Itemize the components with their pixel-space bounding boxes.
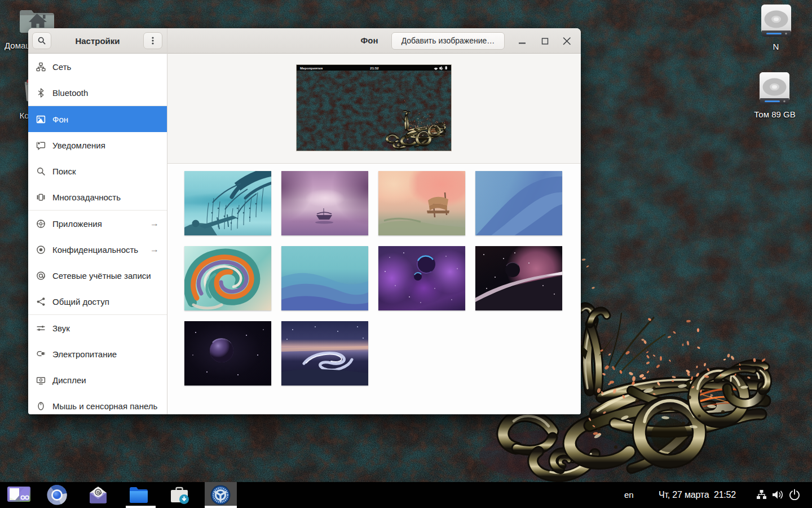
svg-text:Мероприятия: Мероприятия [300,67,323,70]
svg-text:21:52: 21:52 [370,67,379,70]
